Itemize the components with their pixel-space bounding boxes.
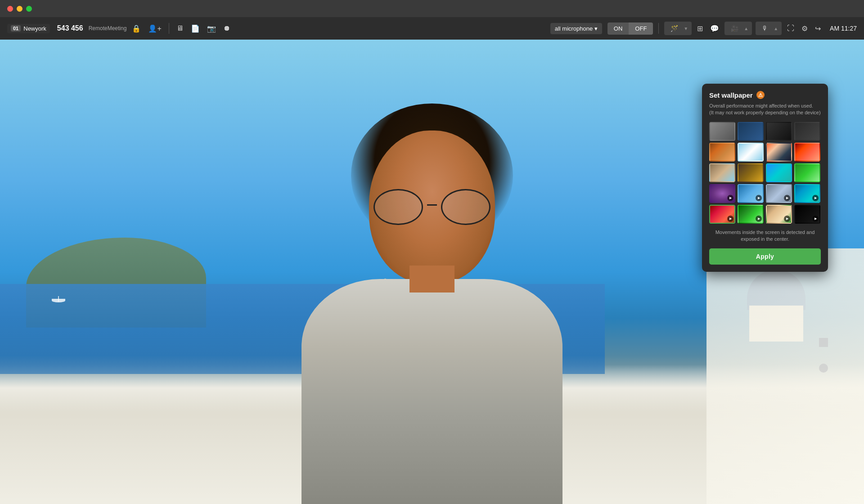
wallpaper-thumb-14[interactable]: ▶ [738,184,764,203]
effects-icon[interactable]: 🪄 [668,23,681,33]
neck [410,266,454,292]
wallpaper-thumb-11[interactable] [766,163,792,182]
panel-header: Set wallpaper ⚠ [709,91,821,99]
mic-arrow: ▲ [774,26,778,31]
meeting-number: 01 [11,25,21,32]
wallpaper-thumb-2[interactable] [738,122,764,141]
wallpaper-thumb-5[interactable] [709,143,735,162]
person-container [261,90,603,504]
panel-note: Movements inside the screen is detected … [709,229,821,243]
video-camera-icon[interactable]: 🎥 [728,23,741,33]
toolbar: 01 Newyork 543 456 RemoteMeeting 🔒 👤+ 🖥 … [0,17,864,40]
add-participant-icon[interactable]: 👤+ [146,22,163,35]
wallpaper-thumb-15[interactable]: ▶ [766,184,792,203]
camera-toggle-group[interactable]: 🎥 ▲ [724,22,752,35]
play-icon-17: ▶ [727,216,734,222]
chat-icon[interactable]: 💬 [708,22,721,35]
layout-icon[interactable]: ⊞ [695,22,705,35]
wallpaper-thumb-16[interactable]: ▶ [794,184,820,203]
glasses-left [374,189,423,225]
meeting-city: Newyork [23,25,46,32]
wallpaper-thumb-17[interactable]: ▶ [709,205,735,224]
meeting-id: 543 456 [57,24,83,32]
lock-icon[interactable]: 🔒 [130,22,143,35]
wallpaper-thumb-12[interactable] [794,163,820,182]
separator-1 [169,23,169,34]
time-display: AM 11:27 [830,25,857,32]
shirt [302,279,562,504]
microphone-dropdown[interactable]: all microphone ▾ [550,23,602,34]
on-off-group: ON OFF [608,22,653,35]
play-icon-19: ▶ [784,216,790,222]
play-icon-18: ▶ [756,216,762,222]
warning-icon: ⚠ [756,91,765,99]
mic-toggle-group[interactable]: 🎙 ▲ [756,22,782,35]
traffic-lights [7,6,32,12]
wallpaper-thumb-10[interactable] [738,163,764,182]
separator-2 [658,23,659,34]
wallpaper-thumb-18[interactable]: ▶ [738,205,764,224]
video-area: Set wallpaper ⚠ Overall performance migh… [0,40,864,504]
settings-icon[interactable]: ⚙ [800,22,810,35]
play-icon-15: ▶ [784,195,790,201]
apply-button[interactable]: Apply [709,248,821,265]
camera-icon[interactable]: 📷 [205,22,218,35]
wallpaper-thumb-1[interactable] [709,122,735,141]
close-button[interactable] [7,6,13,12]
fullscreen-button[interactable] [26,6,32,12]
document-icon[interactable]: 📄 [189,22,202,35]
app-name: RemoteMeeting [89,25,127,32]
microphone-icon[interactable]: 🎙 [759,23,771,33]
effects-arrow: ▼ [684,26,688,31]
expand-icon[interactable]: ⛶ [785,22,796,34]
play-icon-20: ▶ [812,216,819,222]
panel-subtitle: Overall performance might affected when … [709,103,821,117]
wallpaper-thumb-9[interactable] [709,163,735,182]
off-button[interactable]: OFF [629,22,653,35]
play-icon-16: ▶ [812,195,819,201]
building-detail-1 [819,338,828,347]
on-button[interactable]: ON [608,22,629,35]
wallpaper-thumb-7[interactable] [766,143,792,162]
wallpaper-thumb-6[interactable] [738,143,764,162]
title-bar [0,0,864,17]
right-buildings [706,248,864,504]
wallpaper-thumb-19[interactable]: ▶ [766,205,792,224]
meeting-badge: 01 Newyork [7,24,50,33]
wallpaper-thumb-13[interactable]: ▶ [709,184,735,203]
play-icon-14: ▶ [756,195,762,201]
wallpaper-thumb-3[interactable] [766,122,792,141]
minimize-button[interactable] [17,6,22,12]
wallpaper-grid: ▶▶▶▶▶▶▶▶ [709,122,821,224]
exit-icon[interactable]: ↪ [813,22,823,35]
wallpaper-panel: Set wallpaper ⚠ Overall performance migh… [702,84,828,272]
wallpaper-thumb-20[interactable]: ▶ [794,205,820,224]
screen-share-icon[interactable]: 🖥 [175,22,185,34]
wallpaper-thumb-4[interactable] [794,122,820,141]
microphone-label: all microphone ▾ [555,25,598,32]
effects-group[interactable]: 🪄 ▼ [664,22,692,35]
panel-title: Set wallpaper [709,91,753,99]
glasses-right [441,189,490,225]
boat [52,299,65,304]
video-arrow: ▲ [744,26,748,31]
building-detail-2 [819,364,828,373]
wallpaper-thumb-8[interactable] [794,143,820,162]
play-icon-13: ▶ [727,195,734,201]
record-icon[interactable]: ⏺ [221,22,232,34]
glasses-bridge [427,204,437,206]
